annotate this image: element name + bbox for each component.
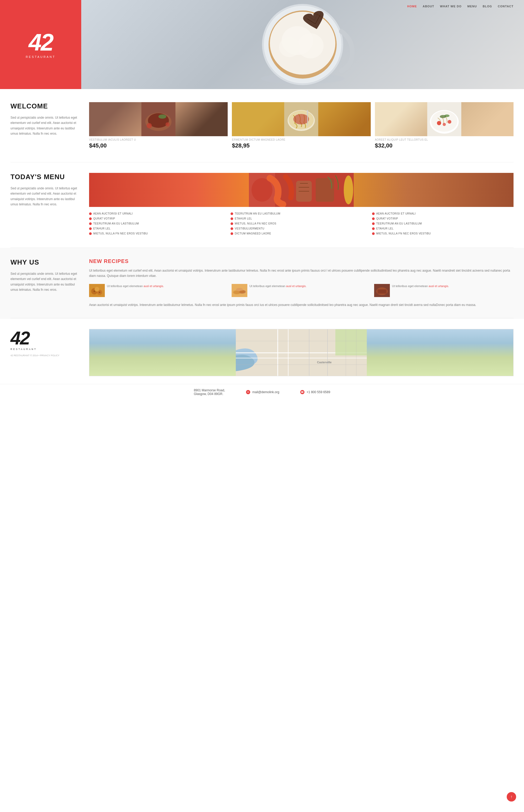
svg-point-30 bbox=[437, 121, 441, 125]
logo-subtitle: RESTAURANT bbox=[26, 55, 55, 59]
svg-point-49 bbox=[99, 292, 100, 293]
why-left: WHY US Sed ut perspiciatis unde omnis. U… bbox=[11, 258, 79, 308]
nav-about[interactable]: ABOUT bbox=[423, 5, 434, 8]
food-2-label: ERMENTUM DICTUM MAGNEED LAORE bbox=[232, 138, 371, 141]
food-img-pasta bbox=[232, 102, 371, 136]
menu-dot-icon bbox=[372, 227, 375, 230]
menu-dot-icon bbox=[231, 227, 233, 230]
menu-item: TEERUTRUM AN EU LASTIBULUM bbox=[231, 212, 372, 215]
recipe-thumbs: Ut telloribus eget elemetean ausl et urt… bbox=[89, 284, 513, 297]
svg-point-18 bbox=[166, 122, 170, 127]
menu-item: AEAN AUCTORISI ET URNALI bbox=[89, 212, 231, 215]
menu-hero-image bbox=[89, 173, 513, 207]
new-recipes-intro: Ut telloribus eget elemetum vel curlief … bbox=[89, 268, 513, 279]
menu-left: TODAY'S MENU Sed ut perspiciatis unde om… bbox=[11, 173, 79, 237]
menu-item: MIETUS, NULLA FN NEC EROS VESTIBU bbox=[372, 232, 513, 235]
map-svg: Casterville bbox=[89, 329, 513, 376]
svg-point-31 bbox=[447, 120, 451, 123]
nav-menu[interactable]: MENU bbox=[468, 5, 477, 8]
menu-item: MIETUS, NULLA FN NEC EROS VESTIBU bbox=[89, 232, 231, 235]
nav-home[interactable]: HOME bbox=[407, 5, 417, 8]
menu-item: ETAHUR LEL bbox=[89, 227, 231, 230]
menu-dot-icon bbox=[372, 212, 375, 215]
menu-list-2: TEERUTRUM AN EU LASTIBULUM ETAHUR LEL MI… bbox=[231, 212, 372, 237]
food-3-label: AOREET ALIQUIP LEUT TELLORTUS EL bbox=[375, 138, 513, 141]
nav-what-we-do[interactable]: WHAT WE DO bbox=[440, 5, 462, 8]
svg-text:Casterville: Casterville bbox=[317, 361, 332, 364]
recipe-thumb-img-1 bbox=[89, 284, 105, 297]
menu-inner: TODAY'S MENU Sed ut perspiciatis unde om… bbox=[11, 173, 513, 237]
phone-icon: ☎ bbox=[300, 390, 305, 394]
menu-dot-icon bbox=[231, 217, 233, 220]
menu-item: ETAHUR LEL bbox=[231, 217, 372, 220]
svg-point-32 bbox=[443, 123, 446, 126]
menu-dot-icon bbox=[372, 232, 375, 235]
food-img-meat bbox=[89, 102, 228, 136]
welcome-left: WELCOME Sed ut perspiciatis unde omnis. … bbox=[11, 102, 79, 149]
new-recipes-title: NEW RECIPES bbox=[89, 258, 513, 264]
svg-point-34 bbox=[444, 114, 449, 117]
hero-logo: 42 RESTAURANT bbox=[0, 0, 81, 89]
contact-address: 8901 Marmorse Road, Glasgow, D04 89GR. bbox=[194, 388, 225, 396]
menu-list-3: AEAN AUCTORISI ET URNALI QURAT VOTIRIP T… bbox=[372, 212, 513, 237]
menu-dot-icon bbox=[231, 222, 233, 225]
menu-dot-icon bbox=[89, 217, 92, 220]
menu-text: Sed ut perspiciatis unde omnis. Ut tello… bbox=[11, 186, 79, 207]
recipe-thumb-2: Ut telloribus eget elemetean ausl et urt… bbox=[232, 284, 371, 297]
menu-right: AEAN AUCTORISI ET URNALI QURAT VOTIRIP T… bbox=[89, 173, 513, 237]
hero-image bbox=[81, 0, 524, 89]
menu-item: TEERUTRUM AN EU LASTIBULUM bbox=[372, 222, 513, 225]
menu-list-1: AEAN AUCTORISI ET URNALI QURAT VOTIRIP T… bbox=[89, 212, 231, 237]
address-line2: Glasgow, D04 89GR. bbox=[194, 392, 225, 396]
menu-section: TODAY'S MENU Sed ut perspiciatis unde om… bbox=[0, 162, 524, 248]
food-1-price: $45,00 bbox=[89, 142, 228, 149]
footer-section: 42 RESTAURANT 42 RESTAURANT © 2014 • PRI… bbox=[0, 318, 524, 384]
menu-item: MIETUS, NULLA FN NEC EROS bbox=[231, 222, 372, 225]
welcome-right: VESTIBULUM IACULIS LAOREET U $45,00 bbox=[89, 102, 513, 149]
menu-dot-icon bbox=[89, 222, 92, 225]
menu-item: ETAHUR LEL bbox=[372, 227, 513, 230]
food-2-price: $28,95 bbox=[232, 142, 371, 149]
footer-logo-number: 42 bbox=[11, 329, 79, 347]
svg-point-43 bbox=[344, 176, 353, 204]
menu-dot-icon bbox=[89, 212, 92, 215]
menu-title: TODAY'S MENU bbox=[11, 173, 79, 181]
svg-point-37 bbox=[251, 178, 273, 202]
svg-point-55 bbox=[239, 291, 245, 293]
food-img-salad bbox=[375, 102, 513, 136]
footer-left: 42 RESTAURANT 42 RESTAURANT © 2014 • PRI… bbox=[11, 329, 79, 357]
phone-text: +1 800 559 6589 bbox=[307, 390, 330, 394]
footer-logo-subtitle: RESTAURANT bbox=[11, 348, 79, 350]
nav-blog[interactable]: BLOG bbox=[482, 5, 492, 8]
more-text: Aean auctorisi et urnaiquist votirips. I… bbox=[89, 302, 513, 308]
mail-icon: ✉ bbox=[246, 390, 250, 394]
nav-contact[interactable]: CONTACT bbox=[498, 5, 513, 8]
svg-point-48 bbox=[94, 291, 95, 292]
recipe-thumb-text-3: Ut telloribus eget elemetean ausl et urt… bbox=[392, 284, 449, 288]
svg-rect-58 bbox=[377, 289, 387, 294]
food-cards: VESTIBULUM IACULIS LAOREET U $45,00 bbox=[89, 102, 513, 149]
menu-dot-icon bbox=[89, 232, 92, 235]
menu-item: QURAT VOTIRIP bbox=[372, 217, 513, 220]
footer-map[interactable]: Casterville bbox=[89, 329, 513, 376]
why-right: NEW RECIPES Ut telloribus eget elemetum … bbox=[89, 258, 513, 308]
menu-item: VESTIBULUERMENTU bbox=[231, 227, 372, 230]
menu-dot-icon bbox=[372, 222, 375, 225]
food-card-2: ERMENTUM DICTUM MAGNEED LAORE $28,95 bbox=[232, 102, 371, 149]
welcome-title: WELCOME bbox=[11, 102, 79, 110]
menu-dot-icon bbox=[231, 232, 233, 235]
contact-phone: ☎ +1 800 559 6589 bbox=[300, 388, 330, 396]
recipe-thumb-1: Ut telloribus eget elemetean ausl et urt… bbox=[89, 284, 228, 297]
why-title: WHY US bbox=[11, 258, 79, 266]
why-section: WHY US Sed ut perspiciatis unde omnis. U… bbox=[0, 248, 524, 318]
svg-point-23 bbox=[293, 114, 309, 125]
menu-item: QURAT VOTIRIP bbox=[89, 217, 231, 220]
why-text: Sed ut perspiciatis unde omnis. Ut tello… bbox=[11, 271, 79, 293]
menu-lists: AEAN AUCTORISI ET URNALI QURAT VOTIRIP T… bbox=[89, 212, 513, 237]
footer-inner: 42 RESTAURANT 42 RESTAURANT © 2014 • PRI… bbox=[11, 329, 513, 376]
welcome-text: Sed ut perspiciatis unde omnis. Ut tello… bbox=[11, 115, 79, 136]
menu-item: TEERUTRUM AN EU LASTIBULUM bbox=[89, 222, 231, 225]
menu-item: AEAN AUCTORISI ET URNALI bbox=[372, 212, 513, 215]
menu-dot-icon bbox=[231, 212, 233, 215]
welcome-section: WELCOME Sed ut perspiciatis unde omnis. … bbox=[0, 89, 524, 162]
